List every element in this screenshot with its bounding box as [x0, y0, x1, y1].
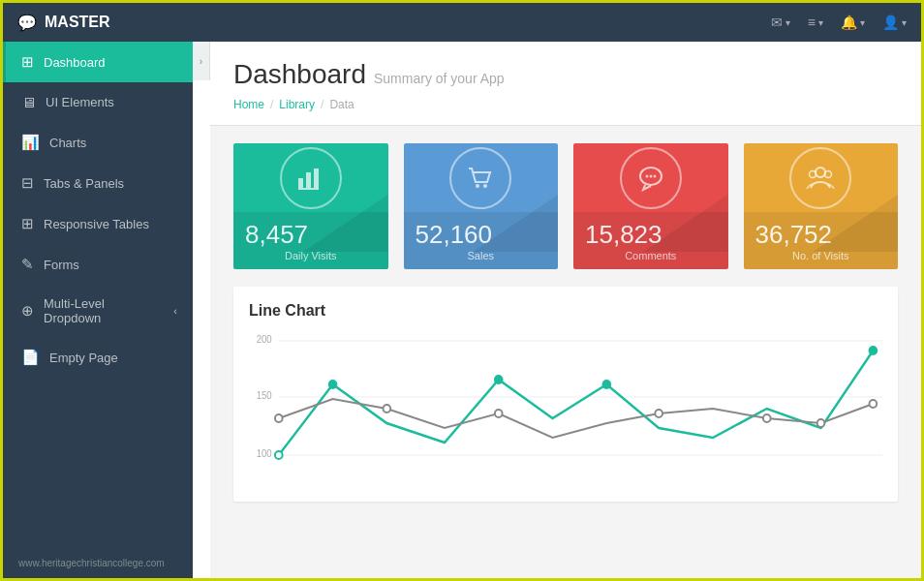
- sidebar-label-tables: Responsive Tables: [44, 217, 149, 231]
- svg-text:200: 200: [257, 334, 273, 345]
- sidebar-item-dashboard[interactable]: ⊞ Dashboard: [3, 42, 193, 82]
- svg-point-26: [495, 410, 503, 417]
- chart-icon: 📊: [21, 134, 40, 151]
- chart-section: Line Chart 200 150 100: [233, 287, 898, 502]
- svg-point-25: [383, 405, 390, 413]
- sidebar-item-charts[interactable]: 📊 Charts: [3, 122, 193, 163]
- stat-card-top-comments: [573, 143, 728, 212]
- svg-point-24: [275, 414, 283, 422]
- breadcrumb-sep2: /: [321, 98, 323, 111]
- chart-area: 200 150 100: [249, 331, 882, 486]
- stat-card-no-visits[interactable]: 36,752 No. of Visits: [744, 143, 899, 269]
- stat-card-sales[interactable]: 52,160 Sales: [404, 143, 559, 269]
- user-caret: ▾: [902, 17, 907, 28]
- svg-point-22: [602, 381, 610, 388]
- stat-card-daily-visits[interactable]: 8,457 Daily Visits: [233, 143, 388, 269]
- stat-card-bottom-sales: 52,160 Sales: [404, 212, 559, 269]
- brand: 💬 MASTER: [17, 14, 110, 32]
- svg-text:100: 100: [257, 448, 273, 459]
- forms-icon: ✎: [21, 256, 34, 273]
- stat-number-sales: 52,160: [416, 220, 547, 250]
- comments-icon-circle: [620, 147, 682, 209]
- content-header: Dashboard Summary of your App Home / Lib…: [210, 42, 921, 126]
- people-icon-circle: [789, 147, 851, 209]
- menu-btn[interactable]: ≡ ▾: [808, 15, 823, 30]
- menu-icon: ≡: [808, 15, 816, 30]
- email-icon: ✉: [771, 15, 783, 30]
- tables-icon: ⊞: [21, 215, 34, 232]
- svg-rect-2: [314, 168, 319, 188]
- stat-card-top-visits: [233, 143, 388, 212]
- topbar: 💬 MASTER ✉ ▾ ≡ ▾ 🔔 ▾ 👤 ▾: [3, 3, 921, 42]
- svg-text:150: 150: [257, 390, 273, 401]
- topbar-icons: ✉ ▾ ≡ ▾ 🔔 ▾ 👤 ▾: [771, 15, 907, 30]
- user-icon: 👤: [882, 15, 899, 30]
- stat-card-top-novisits: [744, 143, 899, 212]
- comment-icon: [635, 163, 666, 194]
- sidebar-item-tabs[interactable]: ⊟ Tabs & Panels: [3, 163, 193, 203]
- title-subtitle: Summary of your App: [374, 71, 505, 86]
- brand-icon: 💬: [17, 14, 37, 32]
- sidebar-label-tabs: Tabs & Panels: [44, 176, 124, 191]
- svg-rect-1: [306, 172, 311, 188]
- breadcrumb: Home / Library / Data: [233, 98, 898, 111]
- sidebar-item-forms[interactable]: ✎ Forms: [3, 244, 193, 285]
- sidebar-item-dropdown[interactable]: ⊕ Multi-Level Dropdown ‹: [3, 285, 193, 337]
- tabs-icon: ⊟: [21, 174, 34, 192]
- stat-card-comments[interactable]: 15,823 Comments: [573, 143, 728, 269]
- sidebar-item-tables[interactable]: ⊞ Responsive Tables: [3, 203, 193, 244]
- svg-point-21: [495, 376, 503, 383]
- cart-icon: [465, 163, 496, 194]
- svg-point-28: [763, 414, 771, 422]
- breadcrumb-library[interactable]: Library: [279, 98, 315, 111]
- svg-point-10: [816, 168, 825, 177]
- svg-point-27: [655, 410, 662, 417]
- visits-icon-circle: [280, 147, 342, 209]
- svg-point-29: [817, 419, 825, 427]
- svg-point-5: [483, 184, 487, 188]
- sales-icon-circle: [449, 147, 511, 209]
- stat-card-bottom-novisits: 36,752 No. of Visits: [744, 212, 899, 269]
- sidebar-label-ui: UI Elements: [46, 95, 114, 109]
- brand-name: MASTER: [45, 14, 110, 31]
- stat-card-bottom-comments: 15,823 Comments: [573, 212, 728, 269]
- bell-btn[interactable]: 🔔 ▾: [841, 15, 865, 30]
- line-chart-svg: 200 150 100: [249, 331, 882, 486]
- stat-number-comments: 15,823: [585, 220, 717, 250]
- bar-chart-icon: [295, 163, 326, 194]
- stat-card-bottom-visits: 8,457 Daily Visits: [233, 212, 388, 269]
- email-btn[interactable]: ✉ ▾: [771, 15, 790, 30]
- sidebar-item-empty[interactable]: 📄 Empty Page: [3, 337, 193, 378]
- page-title: Dashboard Summary of your App: [233, 59, 898, 90]
- sidebar-label-forms: Forms: [44, 258, 79, 272]
- bell-icon: 🔔: [841, 15, 857, 30]
- sidebar: ⊞ Dashboard 🖥 UI Elements 📊 Charts ⊟ Tab…: [3, 42, 193, 578]
- bell-caret: ▾: [860, 17, 865, 28]
- svg-point-19: [275, 451, 283, 459]
- stat-number-visits: 8,457: [245, 220, 377, 250]
- breadcrumb-sep1: /: [270, 98, 273, 111]
- stat-number-novisits: 36,752: [755, 220, 887, 250]
- svg-point-9: [653, 174, 656, 177]
- sidebar-label-charts: Charts: [49, 136, 86, 150]
- sidebar-label-empty: Empty Page: [49, 351, 118, 365]
- stats-row: 8,457 Daily Visits 52,160: [210, 126, 921, 287]
- sidebar-item-ui-elements[interactable]: 🖥 UI Elements: [3, 82, 193, 122]
- sidebar-footer: www.heritagechristiancollege.com: [3, 548, 193, 578]
- title-main: Dashboard: [233, 59, 366, 90]
- user-btn[interactable]: 👤 ▾: [882, 15, 907, 30]
- sidebar-collapse-btn[interactable]: ›: [193, 42, 210, 80]
- chart-title: Line Chart: [249, 302, 882, 320]
- svg-point-7: [645, 174, 648, 177]
- dropdown-icon: ⊕: [21, 302, 34, 320]
- email-caret: ▾: [785, 17, 790, 28]
- stat-label-novisits: No. of Visits: [755, 250, 887, 261]
- svg-point-4: [476, 184, 479, 188]
- stat-card-top-sales: [404, 143, 559, 212]
- dashboard-icon: ⊞: [21, 53, 34, 71]
- stat-label-sales: Sales: [416, 250, 547, 261]
- svg-point-20: [329, 381, 337, 388]
- content: Dashboard Summary of your App Home / Lib…: [210, 42, 921, 578]
- sidebar-label-dropdown: Multi-Level Dropdown: [44, 296, 164, 325]
- breadcrumb-home[interactable]: Home: [233, 98, 264, 111]
